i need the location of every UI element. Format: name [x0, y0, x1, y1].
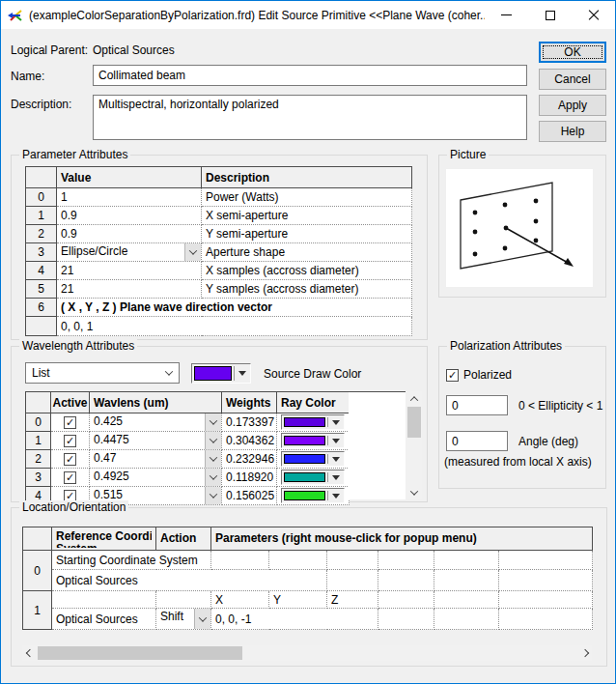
name-input[interactable]	[93, 65, 527, 86]
active-checkbox[interactable]: ✓	[64, 471, 76, 484]
wavlen-dropdown[interactable]: 0.4925	[90, 469, 221, 486]
angle-input[interactable]	[446, 431, 508, 451]
picture-title: Picture	[447, 148, 489, 161]
wavlen-dropdown[interactable]: 0.47	[90, 450, 221, 468]
vector-value-cell[interactable]: 0, 0, 1	[57, 317, 412, 336]
angle-note: (measured from local X axis)	[444, 455, 592, 469]
polarized-label: Polarized	[463, 368, 512, 382]
scrollbar-thumb[interactable]	[38, 646, 242, 660]
ray-color-swatch	[284, 436, 325, 445]
scroll-right-button[interactable]	[577, 645, 592, 661]
ray-color-cell	[277, 413, 350, 432]
location-scrollbar[interactable]	[22, 645, 592, 661]
row1-parameters-cell[interactable]: 0, 0, -1	[211, 609, 378, 630]
dropdown-arrow-icon	[332, 475, 340, 480]
logical-parent-label: Logical Parent:	[11, 43, 88, 57]
chevron-left-icon	[25, 649, 33, 657]
window-controls	[485, 1, 615, 29]
source-draw-color-dropdown[interactable]	[191, 363, 251, 384]
weight-cell[interactable]: 0.118920	[222, 469, 277, 487]
check-icon: ✓	[66, 436, 74, 446]
action-dropdown[interactable]: Shift	[156, 609, 210, 629]
empty-cell	[434, 551, 499, 570]
ray-color-swatch	[284, 454, 325, 464]
ellipticity-input[interactable]	[446, 395, 508, 415]
active-checkbox[interactable]: ✓	[64, 435, 76, 447]
source-draw-color-swatch	[194, 366, 232, 381]
weight-cell[interactable]: 0.173397	[222, 413, 277, 432]
chevron-down-icon	[210, 471, 217, 479]
wavelength-row-index: 1	[26, 432, 51, 450]
parameters-header: Parameters (right mouse-click for popup …	[211, 527, 593, 551]
weight-cell[interactable]: 0.156025	[222, 487, 277, 505]
parameter-attributes-table: Value Description 0 1 Power (Watts) 1 0.…	[25, 166, 412, 336]
minimize-button[interactable]	[485, 1, 528, 29]
empty-cell	[269, 551, 327, 570]
chevron-down-icon	[210, 435, 217, 442]
cancel-button[interactable]: Cancel	[539, 69, 606, 90]
wavlen-dropdown[interactable]: 0.4475	[90, 432, 221, 449]
polarized-checkbox[interactable]: ✓	[446, 369, 459, 382]
dropdown-arrow-icon	[332, 457, 340, 462]
close-button[interactable]	[572, 1, 615, 29]
param-description-cell: Power (Watts)	[202, 188, 412, 207]
scrollbar-thumb[interactable]	[407, 407, 421, 438]
source-draw-color-label: Source Draw Color	[264, 367, 361, 381]
param-value-cell[interactable]: 0.9	[57, 225, 202, 243]
maximize-button[interactable]	[528, 1, 572, 29]
help-button[interactable]: Help	[539, 121, 606, 142]
action-value: Shift	[156, 609, 194, 629]
wavlen-cell: 0.47	[90, 450, 222, 469]
dropdown-button[interactable]	[205, 469, 221, 486]
weight-cell[interactable]: 0.232946	[222, 450, 277, 469]
ray-color-dropdown[interactable]	[281, 488, 345, 503]
minimize-icon	[501, 14, 512, 15]
param-value-cell[interactable]: 21	[57, 280, 202, 299]
weight-cell[interactable]: 0.304362	[222, 432, 277, 450]
ok-button[interactable]: OK	[539, 42, 606, 63]
scroll-left-button[interactable]	[22, 645, 37, 661]
divider	[234, 366, 235, 381]
divider	[327, 472, 328, 482]
check-icon: ✓	[66, 454, 74, 465]
chevron-down-icon	[210, 453, 217, 461]
scroll-up-button[interactable]	[406, 391, 422, 406]
ray-color-dropdown[interactable]	[281, 451, 345, 467]
wavlens-column-header: Wavlens (um)	[90, 392, 222, 413]
ray-color-dropdown[interactable]	[281, 414, 345, 430]
starting-coordinate-cell: Starting Coordinate System	[52, 551, 211, 570]
aperture-shape-dropdown-cell: Ellipse/Circle	[57, 243, 202, 262]
wavelength-table: Active Wavlens (um) Weights Ray Color 0 …	[25, 391, 350, 505]
chevron-down-icon	[210, 416, 217, 424]
dropdown-button[interactable]	[205, 432, 221, 449]
parameter-attributes-title: Parameter Attributes	[19, 148, 130, 161]
ray-color-dropdown[interactable]	[281, 433, 345, 448]
param-value-cell[interactable]: 21	[57, 262, 202, 280]
active-checkbox[interactable]: ✓	[64, 416, 76, 429]
description-input[interactable]: Multispectral, horizontally polarized	[93, 95, 527, 140]
apply-button[interactable]: Apply	[539, 95, 606, 116]
wavlen-cell: 0.425	[90, 413, 222, 432]
scroll-down-button[interactable]	[406, 485, 422, 499]
wavelength-scrollbar[interactable]	[406, 391, 422, 499]
dropdown-button[interactable]	[184, 243, 201, 261]
row1-action-cell: Shift	[156, 609, 211, 630]
param-value-cell[interactable]: 1	[57, 188, 202, 207]
wavlen-value: 0.4475	[90, 432, 205, 449]
row1-reference-cell[interactable]: Optical Sources	[52, 609, 156, 630]
wavlen-dropdown[interactable]: 0.425	[90, 413, 221, 431]
location-orientation-title: Location/Orientation	[19, 500, 128, 514]
dropdown-button[interactable]	[205, 413, 221, 431]
dropdown-button[interactable]	[205, 450, 221, 468]
param-value-cell[interactable]: 0.9	[57, 207, 202, 225]
empty-cell	[156, 591, 211, 609]
dropdown-button[interactable]	[205, 487, 221, 504]
empty-cell	[327, 570, 378, 591]
active-checkbox[interactable]: ✓	[64, 453, 76, 466]
aperture-shape-dropdown[interactable]: Ellipse/Circle	[57, 243, 201, 261]
wavelength-mode-dropdown[interactable]: List	[25, 362, 180, 384]
row0-reference-cell[interactable]: Optical Sources	[52, 570, 327, 591]
dropdown-arrow-icon	[332, 494, 340, 499]
ray-color-dropdown[interactable]	[281, 470, 345, 485]
dropdown-button[interactable]	[194, 609, 210, 629]
